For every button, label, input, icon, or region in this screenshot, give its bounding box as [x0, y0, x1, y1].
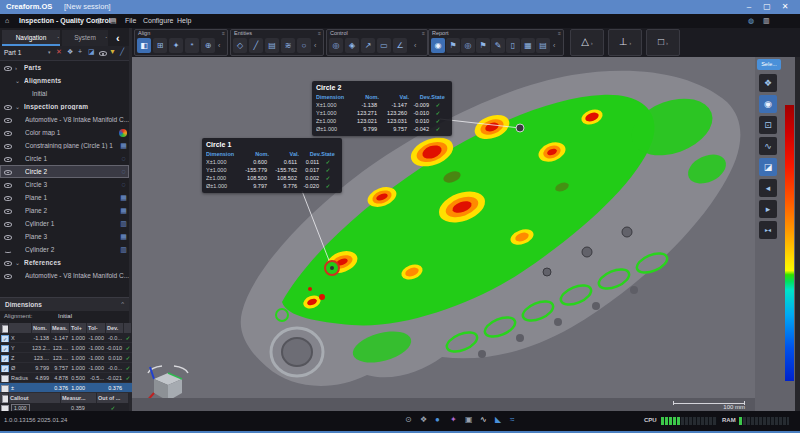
report-color-flag-icon[interactable]: ⚑ — [476, 38, 490, 53]
group-handle-icon[interactable]: ≡ — [558, 30, 561, 36]
align-probe-icon[interactable]: ⊕ — [201, 38, 215, 53]
tree-item-automotive-mesh[interactable]: Automotive - V8 Intake Manifold C... — [0, 113, 129, 126]
eye-icon[interactable] — [3, 63, 13, 73]
dimensions-selected-row[interactable]: ± 0.376 1.000 0.376 — [0, 383, 129, 393]
dim-name[interactable]: Ø — [9, 363, 32, 373]
tree-item-circle-3[interactable]: Circle 3 ◌ — [0, 178, 129, 191]
tree-item-references[interactable]: ⌄ References — [0, 256, 129, 269]
camera-icon[interactable]: ▣ — [465, 415, 473, 424]
row-checkbox[interactable]: ✓ — [1, 365, 9, 373]
menu-configure[interactable]: Configure — [143, 17, 173, 24]
axes-icon[interactable]: ❖ — [67, 48, 73, 56]
row-checkbox[interactable]: ✓ — [1, 335, 9, 343]
align-best-fit-icon[interactable]: ⊞ — [153, 38, 167, 53]
annotation-circle-2[interactable]: Circle 2 DimensionNom. Val.Dev. State X±… — [312, 81, 452, 136]
rectangle-select-icon[interactable]: ⊡ — [759, 116, 777, 134]
tab-system[interactable]: System• — [62, 30, 108, 46]
maximize-button[interactable]: ▢ — [760, 1, 774, 13]
tree-item-circle-2[interactable]: Circle 2 ◌ — [0, 165, 129, 178]
control-colormap-icon[interactable]: ◎ — [329, 38, 343, 53]
cleanup-button[interactable]: ⊥› — [608, 29, 642, 56]
entities-table-icon[interactable]: ▤ — [265, 38, 279, 53]
group-handle-icon[interactable]: ≡ — [422, 30, 425, 36]
tab-navigation[interactable]: Navigation• — [2, 30, 60, 46]
control-angle-icon[interactable]: ∠ — [393, 38, 407, 53]
group-collapse-icon[interactable]: ‹ — [218, 42, 220, 49]
measure-mode-button[interactable]: △› — [570, 29, 604, 56]
expander-icon[interactable]: ⌄ — [15, 259, 22, 266]
dim-name[interactable]: ± — [9, 383, 32, 393]
select-all-checkbox[interactable] — [2, 325, 9, 333]
model-view-button[interactable]: □› — [646, 29, 680, 56]
power-icon[interactable]: ⊙ — [405, 415, 412, 424]
sphere-icon[interactable]: ● — [435, 415, 440, 424]
eye-icon[interactable] — [3, 115, 13, 125]
pin-icon[interactable]: • — [58, 30, 59, 46]
waveform-icon[interactable]: ∿ — [480, 415, 487, 424]
eye-icon[interactable] — [3, 219, 13, 229]
eye-icon[interactable] — [3, 180, 13, 190]
delete-icon[interactable]: ✕ — [56, 48, 62, 56]
add-icon[interactable]: + — [78, 48, 82, 55]
select-mode-button[interactable]: Sele... — [757, 59, 781, 70]
dimensions-header[interactable]: Dimensions ^ — [0, 297, 129, 311]
eye-icon[interactable] — [3, 258, 13, 268]
report-page-icon[interactable]: ▯ — [506, 38, 520, 53]
eye-icon[interactable] — [3, 167, 13, 177]
clipboard-icon[interactable]: ▤ — [110, 17, 117, 25]
control-probe-icon[interactable]: ↗ — [361, 38, 375, 53]
close-button[interactable]: ✕ — [778, 1, 792, 13]
entities-primitives-icon[interactable]: ◇ — [233, 38, 247, 53]
control-gdt-icon[interactable]: ◈ — [345, 38, 359, 53]
report-flag-icon[interactable]: ⚑ — [446, 38, 460, 53]
row-checkbox[interactable] — [1, 375, 9, 383]
report-snapshot-icon[interactable]: ▦ — [521, 38, 535, 53]
eye-icon[interactable] — [3, 154, 13, 164]
eye-icon[interactable] — [3, 271, 13, 281]
tree-item-alignments[interactable]: ⌄ Alignments — [0, 74, 129, 87]
lasso-select-icon[interactable]: ∿ — [759, 137, 777, 155]
control-caliper-icon[interactable]: ▭ — [377, 38, 391, 53]
menu-file[interactable]: File — [125, 17, 136, 24]
clipping-box-icon[interactable]: ◪ — [759, 158, 777, 176]
col-tolp[interactable]: Tol+ — [70, 323, 87, 333]
globe-icon[interactable]: ◍ — [748, 17, 754, 25]
expander-icon[interactable]: ⌄ — [15, 77, 22, 84]
manual-icon[interactable]: ▥ — [763, 17, 770, 25]
mesh-icon[interactable]: ❖ — [420, 415, 427, 424]
tree-item-circle-1[interactable]: Circle 1 ◌ — [0, 152, 129, 165]
row-checkbox[interactable]: ✓ — [1, 355, 9, 363]
col-meas[interactable]: Meas. — [51, 323, 70, 333]
callout-checkbox-header[interactable] — [2, 395, 9, 403]
eye-icon[interactable] — [3, 141, 13, 151]
align-datum-icon[interactable]: ✦ — [169, 38, 183, 53]
col-dev[interactable]: Dev. — [106, 323, 124, 333]
paint-icon[interactable]: ◪ — [88, 48, 95, 56]
expander-icon[interactable]: ⌄ — [15, 103, 22, 110]
tree-item-inspection-program[interactable]: ⌄ Inspection program — [0, 100, 129, 113]
menu-help[interactable]: Help — [177, 17, 191, 24]
eye-icon[interactable] — [3, 102, 13, 112]
chevron-down-icon[interactable]: ▾ — [48, 49, 51, 55]
col-nom[interactable]: Nom. — [32, 323, 51, 333]
entities-line-icon[interactable]: ╱ — [249, 38, 263, 53]
clip-back-icon[interactable]: ▸ — [759, 200, 777, 218]
tree-item-reference-mesh[interactable]: Automotive - V8 Intake Manifold C... — [0, 269, 129, 282]
minimize-button[interactable]: – — [742, 1, 756, 13]
col-callout[interactable]: Callout — [9, 393, 61, 403]
tree-item-constraining-plane[interactable]: Constraining plane (Circle 1) 1 ▦ — [0, 139, 129, 152]
col-out-of[interactable]: Out of ... — [97, 393, 129, 403]
dim-name[interactable]: Radius — [9, 373, 32, 383]
entities-layers-icon[interactable]: ≋ — [281, 38, 295, 53]
entities-circles-icon[interactable]: ○ — [297, 38, 311, 53]
align-axis-icon[interactable]: * — [185, 38, 199, 53]
visibility-eye-icon[interactable] — [98, 48, 108, 58]
report-inspect-icon[interactable]: ◉ — [431, 38, 445, 53]
alignment-value[interactable]: Initial — [58, 313, 72, 319]
row-checkbox[interactable]: ✓ — [1, 345, 9, 353]
eye-icon[interactable] — [3, 206, 13, 216]
report-edit-icon[interactable]: ✎ — [491, 38, 505, 53]
pen-icon[interactable]: ╱ — [120, 48, 124, 56]
tree-item-plane-3[interactable]: Plane 3 ▦ — [0, 230, 129, 243]
group-collapse-icon[interactable]: ‹ — [553, 42, 555, 49]
